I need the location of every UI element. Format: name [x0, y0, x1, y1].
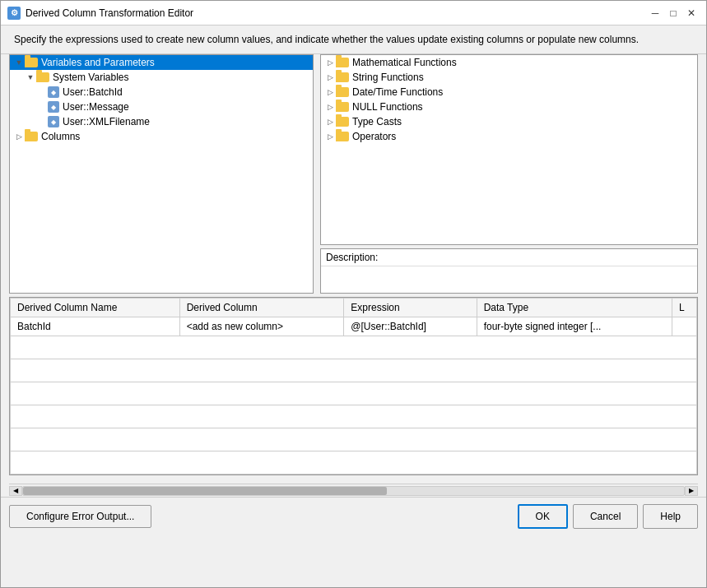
empty-row-2[interactable] — [11, 359, 697, 382]
expander-vars-params[interactable]: ▼ — [13, 57, 25, 68]
expander-datetime[interactable]: ▷ — [324, 86, 336, 98]
tree-item-user-batchid[interactable]: ▷ ◆ User::BatchId — [10, 85, 313, 100]
table-row[interactable]: BatchId <add as new column> @[User::Batc… — [11, 317, 697, 336]
empty-row-3[interactable] — [11, 382, 697, 405]
tree-item-string-funcs[interactable]: ▷ String Functions — [321, 70, 697, 85]
tree-item-vars-params[interactable]: ▼ Variables and Parameters — [10, 55, 313, 70]
bottom-right: OK Cancel Help — [518, 504, 698, 529]
title-bar-left: ⚙ Derived Column Transformation Editor — [7, 7, 193, 20]
scroll-left-button[interactable]: ◀ — [9, 486, 22, 496]
title-bar-controls: ─ □ ✕ — [647, 5, 700, 21]
tree-item-user-xmlfilename[interactable]: ▷ ◆ User::XMLFilename — [10, 114, 313, 129]
cell-l — [672, 317, 697, 336]
description-panel-label: Description: — [321, 249, 697, 266]
col-header-derived: Derived Column — [179, 299, 344, 317]
col-header-name: Derived Column Name — [11, 299, 180, 317]
derived-columns-table: Derived Column Name Derived Column Expre… — [10, 298, 697, 475]
label-columns: Columns — [41, 131, 80, 142]
cell-derived-column: <add as new column> — [179, 317, 344, 336]
label-user-xmlfilename: User::XMLFilename — [63, 116, 150, 127]
expander-system-vars[interactable]: ▼ — [25, 72, 36, 83]
description-panel-content — [321, 266, 697, 291]
description-text: Specify the expressions used to create n… — [1, 25, 706, 54]
expander-null[interactable]: ▷ — [324, 101, 336, 113]
data-table-section: Derived Column Name Derived Column Expre… — [9, 297, 698, 475]
folder-icon-system-vars — [36, 72, 49, 82]
close-button[interactable]: ✕ — [683, 5, 700, 21]
folder-icon-typecasts — [336, 117, 349, 127]
folder-icon-math — [336, 58, 349, 67]
var-icon-message: ◆ — [48, 101, 59, 113]
expander-operators[interactable]: ▷ — [324, 131, 336, 142]
folder-icon-columns — [25, 132, 38, 141]
var-icon-xmlfilename: ◆ — [48, 116, 59, 127]
label-string-funcs: String Functions — [352, 72, 424, 83]
var-icon-batchid: ◆ — [48, 86, 59, 98]
empty-row-6[interactable] — [11, 451, 697, 475]
minimize-button[interactable]: ─ — [647, 5, 663, 21]
folder-icon-datetime — [336, 87, 349, 97]
horizontal-scrollbar[interactable]: ◀ ▶ — [9, 484, 698, 497]
tree-item-datetime-funcs[interactable]: ▷ Date/Time Functions — [321, 85, 697, 100]
tree-item-operators[interactable]: ▷ Operators — [321, 129, 697, 144]
label-vars-params: Variables and Parameters — [41, 57, 155, 68]
label-operators: Operators — [352, 131, 396, 142]
configure-error-output-button[interactable]: Configure Error Output... — [9, 505, 151, 528]
maximize-button[interactable]: □ — [665, 5, 681, 21]
tree-item-math-funcs[interactable]: ▷ Mathematical Functions — [321, 55, 697, 70]
folder-icon-operators — [336, 132, 349, 141]
title-bar: ⚙ Derived Column Transformation Editor ─… — [1, 1, 706, 25]
bottom-bar: Configure Error Output... OK Cancel Help — [1, 497, 706, 535]
scroll-right-button[interactable]: ▶ — [685, 486, 698, 496]
label-null-funcs: NULL Functions — [352, 101, 423, 113]
expander-columns[interactable]: ▷ — [13, 131, 25, 142]
window-title: Derived Column Transformation Editor — [26, 7, 193, 19]
col-header-datatype: Data Type — [477, 299, 672, 317]
label-user-message: User::Message — [63, 101, 129, 113]
tree-item-type-casts[interactable]: ▷ Type Casts — [321, 114, 697, 129]
label-system-vars: System Variables — [53, 72, 128, 83]
folder-icon-null — [336, 102, 349, 112]
empty-row-5[interactable] — [11, 428, 697, 451]
scrollbar-thumb[interactable] — [23, 487, 387, 495]
tree-item-system-vars[interactable]: ▼ System Variables — [10, 70, 313, 85]
app-icon: ⚙ — [7, 7, 21, 20]
variables-tree-panel[interactable]: ▼ Variables and Parameters ▼ System Vari… — [9, 54, 314, 294]
expander-string[interactable]: ▷ — [324, 72, 336, 83]
tree-item-user-message[interactable]: ▷ ◆ User::Message — [10, 100, 313, 114]
scrollbar-track[interactable] — [22, 486, 685, 496]
cell-data-type: four-byte signed integer [... — [477, 317, 672, 336]
label-type-casts: Type Casts — [352, 116, 402, 127]
expander-typecasts[interactable]: ▷ — [324, 116, 336, 127]
tree-item-columns[interactable]: ▷ Columns — [10, 129, 313, 144]
cell-derived-column-name: BatchId — [11, 317, 180, 336]
description-panel: Description: — [320, 248, 698, 294]
expander-math[interactable]: ▷ — [324, 57, 336, 68]
main-window: ⚙ Derived Column Transformation Editor ─… — [0, 0, 707, 588]
empty-row-4[interactable] — [11, 405, 697, 428]
cancel-button[interactable]: Cancel — [573, 504, 638, 529]
bottom-left: Configure Error Output... — [9, 505, 151, 528]
col-header-expression: Expression — [344, 299, 477, 317]
empty-row-1[interactable] — [11, 336, 697, 359]
label-datetime-funcs: Date/Time Functions — [352, 86, 443, 98]
tree-item-null-funcs[interactable]: ▷ NULL Functions — [321, 100, 697, 114]
col-header-l: L — [672, 299, 697, 317]
ok-button[interactable]: OK — [518, 504, 568, 529]
cell-expression: @[User::BatchId] — [344, 317, 477, 336]
function-tree-panel[interactable]: ▷ Mathematical Functions ▷ String Functi… — [320, 54, 698, 245]
function-panel-area: ▷ Mathematical Functions ▷ String Functi… — [320, 54, 698, 294]
panels-area: ▼ Variables and Parameters ▼ System Vari… — [1, 54, 706, 297]
folder-icon-vars-params — [25, 58, 38, 67]
label-user-batchid: User::BatchId — [63, 86, 123, 98]
label-math-funcs: Mathematical Functions — [352, 57, 457, 68]
folder-icon-string — [336, 72, 349, 82]
help-button[interactable]: Help — [643, 504, 698, 529]
